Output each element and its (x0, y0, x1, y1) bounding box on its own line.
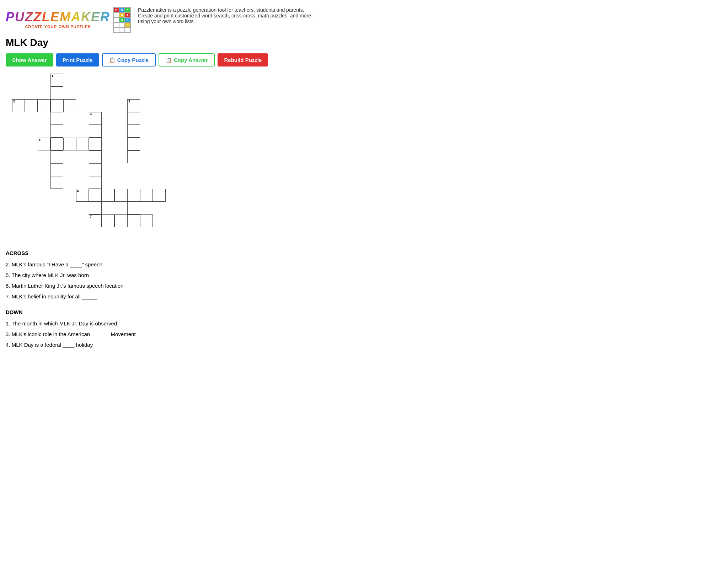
cell-5-5-3[interactable] (76, 138, 89, 150)
crossword-grid: .cw-cell { position: absolute; width: 36… (6, 74, 233, 237)
cell-7-11-3[interactable] (127, 214, 140, 227)
logo-area: PUZZLEMAKER CREATE YOUR OWN PUZZLES F R … (6, 6, 131, 33)
cell-num-7: 7 (90, 215, 92, 218)
down-clue-2: 3. MLK's iconic role in the American ___… (6, 329, 722, 340)
across-clue-1: 2. MLK's famous "I Have a ____" speech (6, 259, 722, 270)
logo-cell (113, 12, 119, 17)
down-clues: DOWN 1. The month in which MLK Jr. Day i… (6, 307, 722, 350)
cell-1-6[interactable] (50, 150, 63, 163)
cell-num-6: 6 (77, 190, 79, 193)
across-clues: ACROSS 2. MLK's famous "I Have a ____" s… (6, 248, 722, 302)
logo-cell (113, 17, 119, 22)
cell-6-9-1[interactable] (89, 189, 102, 202)
cell-3-10[interactable] (127, 202, 140, 214)
header: PUZZLEMAKER CREATE YOUR OWN PUZZLES F R … (6, 6, 722, 33)
across-clue-3: 6. Martin Luther King Jr.'s famous speec… (6, 281, 722, 291)
cell-num-5: 5 (39, 138, 41, 142)
cell-num-1: 1 (52, 74, 53, 78)
cell-7-11-0[interactable]: 7 (89, 214, 102, 227)
print-puzzle-button[interactable]: Print Puzzle (56, 53, 99, 67)
logo-cell: E (125, 7, 130, 12)
cell-1-3[interactable] (50, 112, 63, 125)
cell-6-9-4[interactable] (127, 189, 140, 202)
logo-cell: N (119, 17, 125, 22)
logo-cell: F (113, 7, 119, 12)
logo-cell (113, 22, 119, 27)
copy-puzzle-icon: 📋 (109, 57, 115, 63)
cell-6-9-0[interactable]: 6 (76, 189, 89, 202)
cell-7-11-2[interactable] (114, 214, 127, 227)
cell-4-3[interactable]: 4 (89, 112, 102, 125)
cell-1-0[interactable]: 1 (50, 74, 63, 86)
logo-grid: F R E U A N R N (113, 7, 131, 33)
down-clue-3: 4. MLK Day is a federal ____ holiday (6, 340, 722, 350)
cell-3-2[interactable]: 3 (127, 99, 140, 112)
cell-num-2: 2 (13, 100, 15, 103)
cell-1-1[interactable] (50, 86, 63, 99)
across-clue-4: 7. MLK's belief in equality for all ____… (6, 291, 722, 302)
logo-cell: N (125, 22, 130, 27)
cell-4-6[interactable] (89, 150, 102, 163)
across-clue-2: 5. The city where MLK Jr. was born (6, 270, 722, 281)
logo-cell (119, 27, 125, 32)
copy-answer-button[interactable]: 📋 Copy Answer (159, 53, 215, 67)
cell-4-7[interactable] (89, 163, 102, 176)
page-title: MLK Day (6, 37, 722, 48)
copy-puzzle-button[interactable]: 📋 Copy Puzzle (102, 53, 156, 67)
logo-cell (113, 27, 119, 32)
cell-3-5[interactable] (127, 138, 140, 150)
clues-section: ACROSS 2. MLK's famous "I Have a ____" s… (6, 248, 722, 350)
copy-answer-icon: 📋 (166, 57, 172, 63)
cell-4-8[interactable] (89, 176, 102, 189)
cell-2-3[interactable] (50, 99, 63, 112)
cell-1-8[interactable] (50, 176, 63, 189)
cell-5-5-0[interactable]: 5 (38, 138, 50, 150)
cell-3-3[interactable] (127, 112, 140, 125)
cell-1-7[interactable] (50, 163, 63, 176)
cell-2-0[interactable]: 2 (12, 99, 25, 112)
logo-cell: R (119, 7, 125, 12)
logo-cell: R (125, 17, 130, 22)
cell-4-4[interactable] (89, 125, 102, 138)
logo-subtitle: CREATE YOUR OWN PUZZLES (25, 25, 91, 29)
logo-cell (125, 27, 130, 32)
cell-5-5-1[interactable] (50, 138, 63, 150)
cell-4-10[interactable] (89, 202, 102, 214)
cell-2-2[interactable] (38, 99, 50, 112)
header-description: Puzzlemaker is a puzzle generation tool … (138, 6, 316, 24)
logo-cell (119, 22, 125, 27)
cell-1-4[interactable] (50, 125, 63, 138)
cell-7-11-1[interactable] (102, 214, 114, 227)
logo-title: PUZZLEMAKER (6, 10, 110, 25)
cell-num-3: 3 (128, 100, 130, 103)
across-heading: ACROSS (6, 248, 722, 259)
cell-2-4[interactable] (63, 99, 76, 112)
logo-cell: U (119, 12, 125, 17)
cell-6-9-6[interactable] (153, 189, 166, 202)
logo-cell: A (125, 12, 130, 17)
cell-5-5-2[interactable] (63, 138, 76, 150)
cell-5-5-4[interactable] (89, 138, 102, 150)
cell-3-6[interactable] (127, 150, 140, 163)
cell-6-9-3[interactable] (114, 189, 127, 202)
cell-2-1[interactable] (25, 99, 38, 112)
cell-6-9-2[interactable] (102, 189, 114, 202)
cell-3-4[interactable] (127, 125, 140, 138)
cell-num-4: 4 (90, 113, 92, 116)
down-heading: DOWN (6, 307, 722, 318)
cell-6-9-5[interactable] (140, 189, 153, 202)
down-clue-1: 1. The month in which MLK Jr. Day is obs… (6, 318, 722, 329)
puzzle-area: .cw-cell { position: absolute; width: 36… (6, 74, 722, 237)
toolbar: Show Answer Print Puzzle 📋 Copy Puzzle 📋… (6, 53, 722, 67)
cell-7-11-4[interactable] (140, 214, 153, 227)
show-answer-button[interactable]: Show Answer (6, 53, 53, 67)
rebuild-puzzle-button[interactable]: Rebuild Puzzle (218, 53, 268, 67)
